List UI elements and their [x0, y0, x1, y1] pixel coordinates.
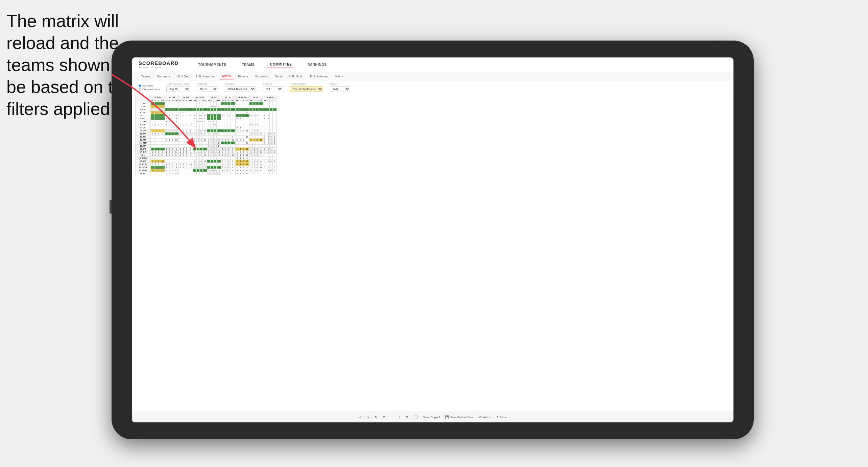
cell: 0	[253, 132, 256, 136]
sub-nav-summary1[interactable]: Summary	[154, 74, 173, 79]
row-label-uaf: 8. UAF	[136, 123, 151, 126]
sub-w-asu: W	[151, 99, 154, 102]
nav-teams[interactable]: TEAMS	[239, 62, 257, 68]
cell	[160, 129, 165, 132]
cell: 0	[157, 151, 160, 154]
cell	[154, 126, 157, 129]
nav-committee[interactable]: COMMITTEE	[267, 61, 295, 68]
cell: 0	[182, 114, 185, 117]
team-label: Team	[330, 83, 350, 85]
team-select[interactable]: (All)	[330, 86, 350, 92]
cell: 2	[267, 114, 270, 117]
cell	[259, 120, 263, 123]
sub-nav-matrix2[interactable]: Matrix	[332, 74, 346, 79]
cell: 0	[171, 172, 174, 175]
cell: 0	[214, 154, 217, 157]
sub-nav-h2h-grid2[interactable]: H2H Grid	[287, 74, 305, 79]
cell	[242, 136, 245, 139]
cell	[230, 172, 235, 175]
cell: 2	[211, 139, 214, 142]
cell	[224, 145, 227, 148]
cell	[263, 157, 267, 160]
watch-button[interactable]: 👁 Watch	[479, 415, 490, 419]
cell: 11	[174, 154, 178, 157]
sub-nav-h2h-heatmap1[interactable]: H2H Heatmap	[194, 74, 218, 79]
sub-t-ucb: T	[200, 99, 203, 102]
row-label-ucb22: 22. UCB	[136, 166, 151, 169]
cell: 1	[178, 154, 182, 157]
logo-area: SCOREBOARD Powered by clippd	[139, 60, 178, 69]
cell	[202, 102, 207, 105]
nav-rankings[interactable]: RANKINGS	[305, 62, 329, 68]
conference-select[interactable]: Pac-12 Conference (All) ACC Big Ten SEC	[290, 86, 323, 92]
cell: 2	[193, 108, 197, 111]
zoom-out-button[interactable]: ⊖	[383, 415, 385, 419]
sub-dif-ua: Dif	[188, 99, 193, 102]
cell: 11	[160, 154, 165, 157]
cell	[267, 111, 270, 114]
redo-button[interactable]: ↪	[366, 415, 369, 419]
cell: 0	[227, 154, 231, 157]
sub-w-ucla: W	[235, 99, 239, 102]
sub-nav-summary2[interactable]: Summary	[252, 74, 271, 79]
cell: 23	[160, 102, 165, 105]
cell: 1	[202, 148, 207, 151]
refresh-button[interactable]: ↻	[375, 415, 377, 419]
matrix-container[interactable]: 3. ASU 10. UW 11. UA 22. UCB 24. UO 27. …	[132, 94, 733, 405]
cell	[216, 114, 221, 117]
compact-view-radio[interactable]: Compact View	[139, 88, 160, 91]
cell	[197, 145, 200, 148]
cell: 0	[157, 105, 160, 108]
cell	[214, 102, 217, 105]
undo-button[interactable]: ↩	[358, 415, 361, 419]
cell: 11	[202, 154, 207, 157]
cell: 0	[270, 139, 273, 142]
division-select[interactable]: NCAA Division I NCAA Division II NCAA Di…	[225, 86, 256, 92]
cell	[249, 136, 253, 139]
sub-w-su: W	[221, 99, 224, 102]
cell: 1	[242, 169, 245, 172]
gender-filter: Gender Men's Women's	[197, 83, 218, 92]
gender-select[interactable]: Men's Women's	[197, 86, 218, 92]
zoom-minus-button[interactable]: −	[391, 415, 393, 419]
cell: 0	[270, 108, 273, 111]
sub-nav-teams[interactable]: Teams	[139, 74, 153, 79]
region-select[interactable]: N/A East West South Midwest	[263, 86, 283, 92]
sub-dif-ucb: Dif	[202, 99, 207, 102]
cell: 0	[193, 163, 197, 166]
cell	[253, 157, 256, 160]
zoom-in-button[interactable]: ⊕	[406, 415, 408, 419]
zoom-plus-button[interactable]: +	[398, 415, 400, 419]
row-label-uw10: 10. UW	[136, 129, 151, 132]
cell: 0	[171, 108, 174, 111]
cell: 1	[253, 148, 256, 151]
cell	[253, 136, 256, 139]
sub-nav-h2h-grid1[interactable]: H2H Grid	[174, 74, 192, 79]
save-custom-button[interactable]: 💾 Save Custom View	[445, 415, 473, 419]
share-button[interactable]: ↗ Share	[496, 415, 507, 419]
sub-nav-matrix1[interactable]: Matrix	[220, 73, 234, 79]
full-view-radio[interactable]: Full View	[139, 84, 160, 87]
nav-tournaments[interactable]: TOURNAMENTS	[195, 62, 229, 68]
cell	[245, 132, 249, 136]
table-row: 8. UAF 01014 120 01015 11011 010	[136, 123, 277, 126]
view-original-button[interactable]: View: Original	[423, 416, 440, 419]
cell	[242, 142, 245, 145]
sub-nav-h2h-heatmap2[interactable]: H2H Heatmap	[306, 74, 331, 79]
clock-button[interactable]: 🕐	[414, 415, 418, 419]
cell	[253, 172, 256, 175]
cell	[242, 123, 245, 126]
row-label-etsu21: 21. ETSU	[136, 163, 151, 166]
cell	[272, 123, 276, 126]
sub-nav-players[interactable]: Players	[235, 74, 251, 79]
cell	[193, 105, 197, 108]
max-teams-select[interactable]: Top 25 Top 50 All	[166, 86, 190, 92]
cell	[259, 111, 263, 114]
cell	[154, 142, 157, 145]
row-label-um: 7. UM	[136, 120, 151, 123]
cell: 0	[249, 139, 253, 142]
cell	[154, 129, 157, 132]
cell: 1	[221, 169, 224, 172]
cell	[256, 111, 259, 114]
sub-nav-detail[interactable]: Detail	[272, 74, 285, 79]
